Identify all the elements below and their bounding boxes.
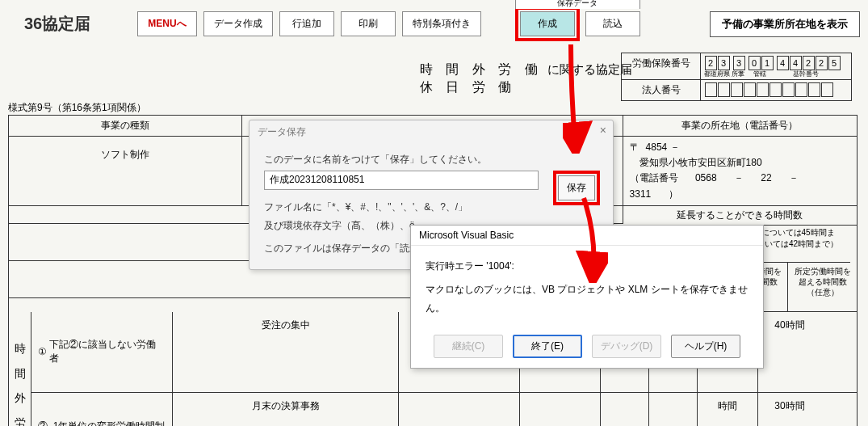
title-line2: 休 日 労 働 — [420, 80, 516, 94]
num-2 — [520, 393, 601, 426]
title-line1: 時 間 外 労 働 — [420, 62, 543, 76]
category-1: ① 下記②に該当しない労働者 — [31, 312, 173, 392]
digit-empty — [744, 82, 756, 97]
save-filename-input[interactable] — [264, 171, 539, 190]
data-create-button[interactable]: データ作成 — [203, 11, 273, 36]
vb-debug-button: デバッグ(D) — [592, 335, 661, 358]
postal-code: 4854 — [646, 141, 668, 153]
create-button[interactable]: 作成 — [520, 11, 575, 36]
saved-data-label: 保存データ — [515, 0, 640, 9]
add-row-button[interactable]: 行追加 — [279, 11, 334, 36]
save-dialog-msg1: このデータに名前をつけて「保存」してください。 — [264, 150, 598, 169]
tel-exchange: 22 — [761, 172, 771, 183]
insurance-box: 労働保険番号 2 3 3 0 1 4 4 2 2 5 — [621, 53, 852, 101]
digit: 2 — [803, 56, 815, 70]
digit-sub: 基幹番号 — [774, 71, 838, 78]
tel-close: ） — [669, 188, 678, 200]
form-number: 様式第9号（第16条第1項関係） — [8, 101, 146, 115]
corp-no-label: 法人番号 — [622, 80, 701, 100]
digit-empty — [731, 82, 743, 97]
toolbar: 36協定届 MENUへ データ作成 行追加 印刷 特別条項付き 保存データ 作成… — [0, 0, 868, 44]
biz-2 — [399, 393, 520, 426]
digit-sub: 都道府県 — [704, 71, 730, 78]
digit: 4 — [777, 56, 789, 70]
save-dialog-title: データ保存 — [249, 120, 613, 144]
digit: 3 — [733, 56, 745, 70]
ext-header: 延長することができる時間数 — [623, 206, 857, 226]
digit-empty — [705, 82, 717, 97]
digit: 3 — [718, 56, 730, 70]
digit-sub: 管轄 — [745, 71, 774, 78]
category-2: ② 1年単位の変形労働時間制により労働する労働者 — [31, 393, 173, 426]
digit-empty — [782, 82, 795, 97]
saved-data-group: 保存データ 作成 読込 — [515, 6, 640, 41]
sub-h4: 所定労働時間を超える時間数（任意） — [788, 263, 857, 312]
h-2b — [649, 393, 698, 426]
vb-error-msg: マクロなしのブックには、VB プロジェクトや XLM シートを保存できません。 — [426, 280, 748, 318]
digit-empty — [795, 82, 807, 97]
vb-help-button[interactable]: ヘルプ(H) — [671, 335, 740, 358]
digit: 2 — [705, 56, 717, 70]
load-button[interactable]: 読込 — [585, 11, 640, 36]
vertical-label: 時間外労働 — [9, 312, 31, 426]
digit: 2 — [816, 56, 828, 70]
col-header-type: 事業の種類 — [9, 116, 242, 137]
digit: 4 — [790, 56, 802, 70]
digit: 1 — [761, 56, 774, 70]
labor-ins-value: 2 3 3 0 1 4 4 2 2 5 都道府県 所掌 管 — [701, 53, 851, 80]
digit-empty — [821, 82, 833, 97]
digit-sub: 所掌 — [730, 71, 745, 78]
menu-button[interactable]: MENUへ — [137, 11, 196, 36]
digit-empty — [808, 82, 820, 97]
h-2a — [601, 393, 649, 426]
labor-ins-label: 労働保険番号 — [622, 53, 701, 80]
show-reserve-addr-button[interactable]: 予備の事業所所在地を表示 — [710, 11, 860, 37]
tel-label: （電話番号 — [630, 172, 678, 183]
tel-sep: － — [789, 172, 799, 183]
corp-no-value — [701, 80, 851, 100]
reason-2: 月末の決算事務 — [173, 393, 399, 426]
tel-area: 0568 — [695, 172, 717, 183]
digit: 5 — [828, 56, 841, 70]
save-dialog-msg2: ファイル名に「*、¥、#、!、"、'、'、&、?、/」 — [264, 198, 598, 217]
col-header-addr: 事業の所在地（電話番号） — [623, 116, 857, 137]
vb-end-button[interactable]: 終了(E) — [513, 335, 582, 358]
digit: 0 — [748, 56, 761, 70]
tel-sep: － — [734, 172, 744, 183]
app-title: 36協定届 — [24, 13, 90, 35]
digit-empty — [718, 82, 730, 97]
tel-number: 3311 — [630, 188, 652, 200]
reason-1: 受注の集中 — [173, 312, 399, 392]
address-line: 愛知県小牧市安田区新町180 — [639, 157, 762, 168]
digit-empty — [769, 82, 782, 97]
business-type: ソフト制作 — [9, 137, 242, 206]
print-button[interactable]: 印刷 — [341, 11, 396, 36]
create-highlight: 作成 — [515, 6, 580, 41]
address-block: 〒4854 － 愛知県小牧市安田区新町180 （電話番号 0568 － 22 －… — [623, 137, 857, 206]
arrow-icon — [563, 40, 603, 154]
arrow-icon — [576, 194, 608, 283]
hours-2-set: 30時間 — [758, 393, 821, 426]
vb-continue-button: 継続(C) — [434, 335, 503, 358]
hours-2-legal: 時間 — [698, 393, 758, 426]
digit-empty — [757, 82, 769, 97]
special-clause-button[interactable]: 特別条項付き — [402, 11, 481, 36]
hours-1-set: 40時間 — [758, 312, 821, 392]
